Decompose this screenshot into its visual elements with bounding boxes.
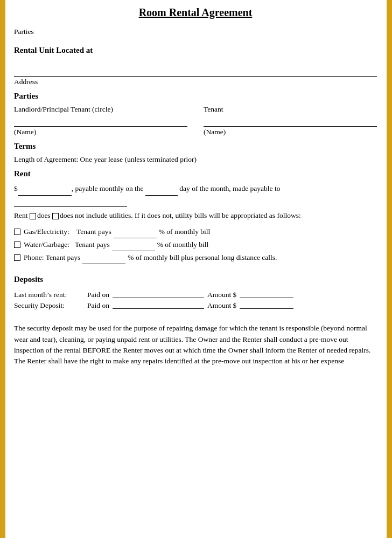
address-label: Address [14,78,377,86]
utility-water: Water/Garbage: Tenant pays % of monthly … [14,238,377,251]
gas-label: Gas/Electricity: Tenant pays [24,226,111,238]
security-paid-fill[interactable] [113,301,204,309]
amount-text-1: Amount $ [207,291,236,299]
amount-text-2: Amount $ [207,301,236,310]
tenant-label: Tenant [204,105,377,114]
deposits-heading: Deposits [14,275,377,284]
utility-gas: Gas/Electricity: Tenant pays % of monthl… [14,225,377,238]
paid-on-text-2: Paid on [87,301,109,310]
rent-utilities-text: Rent does does not include utilities. If… [14,210,377,221]
rent-heading: Rent [14,169,377,178]
rent-day-fill[interactable] [145,183,178,196]
rent-suffix-text: day of the month, made payable to [178,184,280,192]
gas-checkbox[interactable] [14,229,20,235]
intro-paragraph: Parties [14,26,377,37]
dollar-sign: $ [14,184,18,192]
address-input-line[interactable] [14,65,377,77]
parties-heading: Parties [14,92,377,101]
last-month-amount-fill[interactable] [240,291,293,298]
does-checkbox[interactable] [30,213,36,219]
phone-suffix: % of monthly bill plus personal long dis… [128,252,277,264]
deposit-row-last-month: Last month’s rent: Paid on Amount $ [14,291,377,299]
water-checkbox[interactable] [14,242,20,248]
phone-percent-fill[interactable] [82,251,125,264]
rent-block: $ , payable monthly on the day of the mo… [14,183,377,207]
last-month-paid-fill[interactable] [113,291,204,298]
terms-length-text: Length of Agreement: One year lease (unl… [14,155,377,164]
water-label: Water/Garbage: Tenant pays [24,239,110,251]
gas-suffix: % of monthly bill [159,226,211,238]
rent-amount-fill[interactable] [18,183,72,196]
tenant-name-label: (Name) [204,128,377,136]
rent-mid-text: , payable monthly on the [72,184,145,192]
document-title: Room Rental Agreement [14,6,377,19]
rent-line-1: $ , payable monthly on the day of the mo… [14,183,377,196]
landlord-label: Landlord/Principal Tenant (circle) [14,105,187,114]
water-suffix: % of monthly bill [157,239,209,251]
does-not-checkbox[interactable] [52,213,59,219]
left-border [0,0,5,538]
terms-heading: Terms [14,142,377,151]
phone-label: Phone: Tenant pays [24,252,80,264]
document-content: Room Rental Agreement Parties Rental Uni… [5,0,387,538]
right-border [387,0,392,538]
security-deposit-label: Security Deposit: [14,301,84,310]
landlord-name-line[interactable] [14,117,187,127]
paid-on-text-1: Paid on [87,291,109,299]
rent-payable-to-fill[interactable] [14,198,127,207]
gas-percent-fill[interactable] [114,225,157,238]
last-month-label: Last month’s rent: [14,291,84,299]
phone-checkbox[interactable] [14,254,20,261]
landlord-name-label: (Name) [14,128,187,136]
security-amount-fill[interactable] [240,301,293,309]
utility-phone: Phone: Tenant pays % of monthly bill plu… [14,251,377,264]
security-paragraph: The security deposit may be used for the… [14,323,377,367]
rental-unit-heading: Rental Unit Located at [14,46,377,55]
deposit-row-security: Security Deposit: Paid on Amount $ [14,301,377,310]
water-percent-fill[interactable] [112,238,155,251]
tenant-name-line[interactable] [204,117,377,127]
